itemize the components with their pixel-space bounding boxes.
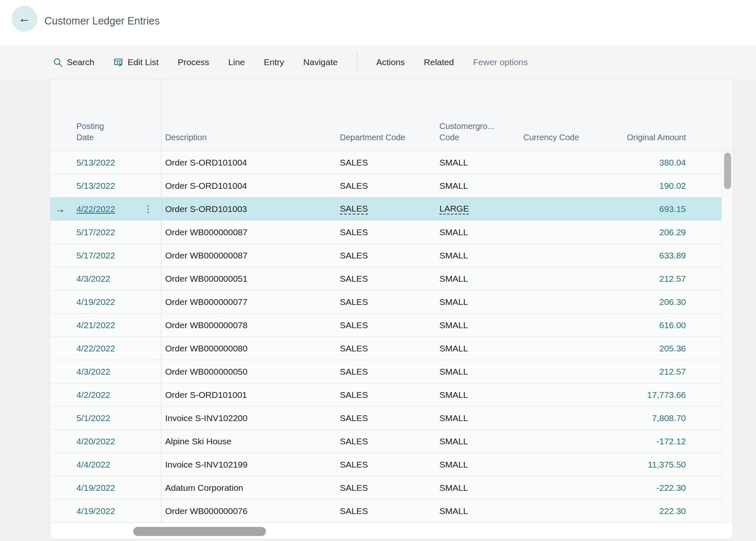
cell-description[interactable]: Invoice S-INV102200 <box>161 407 337 429</box>
cell-currency-code[interactable] <box>519 197 598 220</box>
cell-original-amount[interactable]: 693.15 <box>598 197 722 220</box>
posting-date-link[interactable]: 4/19/2022 <box>76 506 115 516</box>
cell-department-code[interactable]: SALES <box>337 360 436 383</box>
cell-original-amount[interactable]: 380.04 <box>598 151 722 174</box>
cell-description[interactable]: Order WB000000051 <box>161 267 337 290</box>
cell-original-amount[interactable]: 7,808.70 <box>598 407 722 429</box>
cell-customergroup-code[interactable]: SMALL <box>436 290 519 313</box>
posting-date-link[interactable]: 5/17/2022 <box>76 227 115 237</box>
cell-currency-code[interactable] <box>519 476 598 499</box>
cell-customergroup-code[interactable]: SMALL <box>436 453 519 476</box>
cell-customergroup-code[interactable]: SMALL <box>436 244 519 267</box>
posting-date-link[interactable]: 4/3/2022 <box>76 274 110 284</box>
cell-customergroup-code[interactable]: SMALL <box>436 151 519 174</box>
cell-customergroup-code[interactable]: SMALL <box>436 407 519 429</box>
cell-department-code[interactable]: SALES <box>337 500 436 522</box>
cell-currency-code[interactable] <box>519 174 598 197</box>
cell-posting-date[interactable]: 4/3/2022 <box>50 360 161 383</box>
column-header-posting-date[interactable]: PostingDate <box>50 121 161 151</box>
cell-posting-date[interactable]: 5/13/2022 <box>50 151 161 174</box>
cell-posting-date[interactable]: 5/1/2022 <box>50 407 161 429</box>
table-row[interactable]: 4/2/2022Order S-ORD101001SALESSMALL17,77… <box>50 383 722 407</box>
toolbar-item-edit-list[interactable]: Edit List <box>114 57 159 67</box>
cell-department-code[interactable]: SALES <box>337 314 436 336</box>
original-amount-link[interactable]: 212.57 <box>659 367 686 377</box>
posting-date-link[interactable]: 5/13/2022 <box>76 181 115 191</box>
cell-posting-date[interactable]: 5/17/2022 <box>50 221 161 244</box>
cell-original-amount[interactable]: 222.30 <box>598 500 722 522</box>
cell-original-amount[interactable]: 205.36 <box>598 337 722 360</box>
cell-currency-code[interactable] <box>519 360 598 383</box>
cell-description[interactable]: Order WB000000087 <box>161 244 337 267</box>
cell-original-amount[interactable]: 17,773.66 <box>598 383 722 406</box>
original-amount-link[interactable]: 693.15 <box>659 204 686 214</box>
cell-department-code[interactable]: SALES <box>337 174 436 197</box>
cell-description[interactable]: Order S-ORD101001 <box>161 383 337 406</box>
vertical-scrollbar[interactable] <box>722 151 733 524</box>
back-button[interactable]: ← <box>12 6 37 32</box>
table-row[interactable]: 4/19/2022Order WB000000076SALESSMALL222.… <box>50 500 722 523</box>
column-header-original-amount[interactable]: Original Amount <box>598 132 722 151</box>
toolbar-item-related[interactable]: Related <box>424 57 454 67</box>
cell-original-amount[interactable]: 190.02 <box>598 174 722 197</box>
toolbar-item-line[interactable]: Line <box>228 57 245 67</box>
toolbar-item-search[interactable]: Search <box>53 57 95 67</box>
posting-date-link[interactable]: 4/20/2022 <box>76 436 115 446</box>
cell-department-code[interactable]: SALES <box>337 267 436 290</box>
cell-currency-code[interactable] <box>519 383 598 406</box>
column-header-customergroup-code[interactable]: Customergro...Code <box>436 121 519 151</box>
cell-department-code[interactable]: SALES <box>337 197 436 220</box>
cell-original-amount[interactable]: 212.57 <box>598 267 722 290</box>
posting-date-link[interactable]: 4/19/2022 <box>76 483 115 493</box>
cell-department-code[interactable]: SALES <box>337 151 436 174</box>
original-amount-link[interactable]: 190.02 <box>659 181 686 191</box>
original-amount-link[interactable]: 7,808.70 <box>652 413 686 423</box>
posting-date-link[interactable]: 5/17/2022 <box>76 251 115 261</box>
table-row[interactable]: 4/3/2022Order WB000000051SALESSMALL212.5… <box>50 267 722 290</box>
table-row[interactable]: →4/22/2022⋮Order S-ORD101003SALESLARGE69… <box>50 197 722 221</box>
horizontal-scrollbar[interactable] <box>50 524 733 539</box>
toolbar-item-navigate[interactable]: Navigate <box>303 57 338 67</box>
cell-customergroup-code[interactable]: SMALL <box>436 174 519 197</box>
cell-description[interactable]: Order S-ORD101003 <box>161 197 337 220</box>
table-row[interactable]: 5/13/2022Order S-ORD101004SALESSMALL380.… <box>50 151 722 174</box>
cell-posting-date[interactable]: 4/22/2022 <box>50 337 161 360</box>
cell-customergroup-code[interactable]: SMALL <box>436 337 519 360</box>
cell-department-code[interactable]: SALES <box>337 383 436 406</box>
cell-description[interactable]: Order WB000000050 <box>161 360 337 383</box>
table-row[interactable]: 4/22/2022Order WB000000080SALESSMALL205.… <box>50 337 722 360</box>
toolbar-item-entry[interactable]: Entry <box>264 57 284 67</box>
original-amount-link[interactable]: 17,773.66 <box>647 390 686 400</box>
cell-posting-date[interactable]: 4/3/2022 <box>50 267 161 290</box>
horizontal-scrollbar-thumb[interactable] <box>133 527 266 536</box>
original-amount-link[interactable]: 11,375.50 <box>648 460 686 470</box>
original-amount-link[interactable]: 633.89 <box>659 251 686 261</box>
cell-currency-code[interactable] <box>519 500 598 522</box>
cell-department-code[interactable]: SALES <box>337 453 436 476</box>
original-amount-link[interactable]: 616.00 <box>659 320 686 330</box>
cell-currency-code[interactable] <box>519 453 598 476</box>
cell-customergroup-code[interactable]: SMALL <box>436 314 519 336</box>
vertical-scrollbar-thumb[interactable] <box>724 153 731 189</box>
table-row[interactable]: 4/20/2022Alpine Ski HouseSALESSMALL-172.… <box>50 430 722 453</box>
cell-currency-code[interactable] <box>519 430 598 453</box>
cell-currency-code[interactable] <box>519 267 598 290</box>
cell-posting-date[interactable]: →4/22/2022⋮ <box>50 197 161 220</box>
cell-posting-date[interactable]: 5/13/2022 <box>50 174 161 197</box>
cell-description[interactable]: Order S-ORD101004 <box>161 151 337 174</box>
original-amount-link[interactable]: 222.30 <box>659 506 686 516</box>
table-row[interactable]: 5/17/2022Order WB000000087SALESSMALL633.… <box>50 244 722 267</box>
original-amount-link[interactable]: 380.04 <box>659 158 686 168</box>
cell-department-code[interactable]: SALES <box>337 476 436 499</box>
toolbar-item-actions[interactable]: Actions <box>376 57 405 67</box>
cell-description[interactable]: Order WB000000076 <box>161 500 337 522</box>
table-row[interactable]: 4/21/2022Order WB000000078SALESSMALL616.… <box>50 314 722 337</box>
cell-posting-date[interactable]: 4/19/2022 <box>50 500 161 522</box>
cell-customergroup-code[interactable]: LARGE <box>436 197 519 220</box>
table-row[interactable]: 4/4/2022Invoice S-INV102199SALESSMALL11,… <box>50 453 722 476</box>
cell-posting-date[interactable]: 4/19/2022 <box>50 476 161 499</box>
posting-date-link[interactable]: 4/4/2022 <box>76 460 110 470</box>
cell-customergroup-code[interactable]: SMALL <box>436 267 519 290</box>
cell-original-amount[interactable]: -222.30 <box>598 476 722 499</box>
cell-customergroup-code[interactable]: SMALL <box>436 476 519 499</box>
